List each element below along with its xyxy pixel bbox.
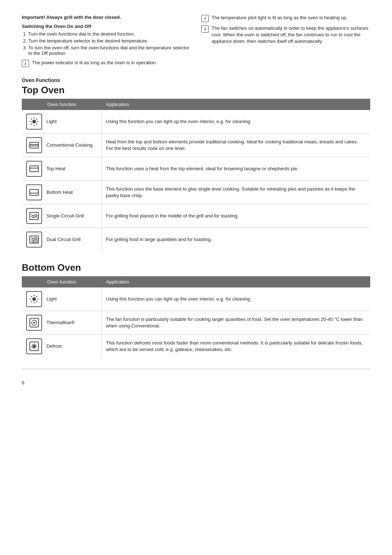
thermaflow-icon <box>26 315 42 331</box>
info-power-text: The power indicator is lit as long as th… <box>32 60 157 66</box>
important-text: Important! Always grill with the door cl… <box>22 15 191 20</box>
function-name: Bottom Heat <box>46 189 73 196</box>
function-cell-inner: Top Heat <box>26 161 65 177</box>
function-cell: Thermaflow® <box>22 311 102 334</box>
info-fan: i The fan switches on automatically in o… <box>201 25 370 45</box>
step-3: To turn the oven off, turn the oven func… <box>28 45 191 56</box>
function-cell-inner: Light <box>26 114 57 130</box>
svg-rect-12 <box>30 166 38 172</box>
function-name: Conventional Cooking <box>46 142 93 148</box>
svg-line-8 <box>31 124 32 125</box>
application-cell: The fan function is particularly suitabl… <box>102 311 370 335</box>
svg-point-18 <box>32 297 36 301</box>
function-cell-inner: Bottom Heat <box>26 184 73 200</box>
conv-icon <box>26 137 42 153</box>
switching-heading: Switching the Oven On and Off <box>22 24 191 29</box>
table-row: Single Circuit GrillFor grilling food pl… <box>22 204 370 228</box>
dualgrill-icon <box>26 232 42 248</box>
topheat-icon <box>26 161 42 177</box>
singlegrill-icon <box>26 208 42 224</box>
svg-point-0 <box>32 120 36 123</box>
top-right: i The temperature pilot light is lit as … <box>201 15 370 70</box>
svg-rect-14 <box>30 189 38 195</box>
function-cell-inner: Conventional Cooking <box>26 137 93 153</box>
function-cell-inner: Defrost <box>26 338 62 354</box>
bottomheat-icon <box>26 184 42 200</box>
application-cell: For grilling food in large quantities an… <box>102 228 370 252</box>
top-section: Important! Always grill with the door cl… <box>22 15 370 70</box>
top-oven-heading: Top Oven <box>22 85 370 96</box>
svg-line-24 <box>36 301 37 302</box>
info-pilot-text: The temperature pilot light is lit as lo… <box>212 15 347 21</box>
top-left: Important! Always grill with the door cl… <box>22 15 191 70</box>
function-name: Light <box>46 296 57 302</box>
function-cell: Conventional Cooking <box>22 134 102 157</box>
table-row: Bottom HeatThis function uses the base e… <box>22 181 370 204</box>
defrost-icon <box>26 338 42 354</box>
bottom-oven-heading: Bottom Oven <box>22 262 370 273</box>
svg-line-25 <box>36 296 37 297</box>
top-oven-header-row: Oven function Application <box>22 99 370 110</box>
application-cell: Heat from the top and bottom elements pr… <box>102 134 370 157</box>
svg-line-5 <box>31 119 32 120</box>
table-row: Dual Circuit GrillFor grilling food in l… <box>22 228 370 252</box>
function-name: Thermaflow® <box>46 319 75 326</box>
function-cell-inner: Thermaflow® <box>26 315 75 331</box>
function-name: Single Circuit Grill <box>46 213 84 219</box>
bottom-oven-col-app: Application <box>102 276 370 287</box>
light-icon <box>26 114 42 130</box>
page-number: 6 <box>22 380 370 385</box>
oven-functions-label: Oven Functions <box>22 77 370 83</box>
info-icon-power: i <box>22 60 29 67</box>
table-row: Top HeatThis function uses a heat from t… <box>22 157 370 181</box>
switching-steps: Turn the oven functions dial to the desi… <box>22 31 191 56</box>
function-cell: Bottom Heat <box>22 181 102 204</box>
table-row: LightUsing this function you can light u… <box>22 110 370 134</box>
table-row: LightUsing this function you can light u… <box>22 287 370 311</box>
top-oven-col-app: Application <box>102 99 370 110</box>
info-power: i The power indicator is lit as long as … <box>22 60 191 67</box>
page-divider <box>22 369 370 369</box>
function-name: Defrost <box>46 343 62 350</box>
application-cell: This function uses a heat from the top e… <box>102 157 370 181</box>
top-oven-table: Oven function Application LightUsing thi… <box>22 99 370 251</box>
bottom-oven-table: Oven function Application LightUsing thi… <box>22 276 370 358</box>
svg-point-29 <box>33 322 35 324</box>
table-row: DefrostThis function defrosts most foods… <box>22 335 370 358</box>
function-cell-inner: Single Circuit Grill <box>26 208 84 224</box>
bottom-oven-tbody: LightUsing this function you can light u… <box>22 287 370 358</box>
svg-line-7 <box>36 119 37 120</box>
info-pilot: i The temperature pilot light is lit as … <box>201 15 370 22</box>
function-cell-inner: Light <box>26 291 57 307</box>
application-cell: Using this function you can light up the… <box>102 287 370 311</box>
table-row: Thermaflow®The fan function is particula… <box>22 311 370 335</box>
light-icon <box>26 291 42 307</box>
function-cell: Defrost <box>22 335 102 358</box>
svg-rect-9 <box>30 142 38 148</box>
info-icon-fan: i <box>201 25 209 33</box>
info-fan-text: The fan switches on automatically in ord… <box>212 25 370 45</box>
function-cell: Dual Circuit Grill <box>22 228 102 251</box>
application-cell: Using this function you can light up the… <box>102 110 370 134</box>
info-icon-pilot: i <box>201 15 209 22</box>
bottom-oven-col-fn: Oven function <box>22 276 102 287</box>
top-oven-tbody: LightUsing this function you can light u… <box>22 110 370 251</box>
table-row: Conventional CookingHeat from the top an… <box>22 134 370 157</box>
svg-line-26 <box>31 301 32 302</box>
svg-line-23 <box>31 296 32 297</box>
top-oven-col-fn: Oven function <box>22 99 102 110</box>
svg-line-6 <box>36 124 37 125</box>
function-name: Light <box>46 118 57 125</box>
step-1: Turn the oven functions dial to the desi… <box>28 31 191 37</box>
step-2: Turn the temperature selector to the des… <box>28 38 191 44</box>
function-cell: Light <box>22 287 102 311</box>
application-cell: This function defrosts most foods faster… <box>102 335 370 358</box>
function-cell-inner: Dual Circuit Grill <box>26 232 81 248</box>
function-name: Dual Circuit Grill <box>46 236 81 243</box>
function-name: Top Heat <box>46 166 65 172</box>
application-cell: For grilling food placed in the middle o… <box>102 204 370 228</box>
function-cell: Single Circuit Grill <box>22 204 102 228</box>
function-cell: Light <box>22 110 102 133</box>
application-cell: This function uses the base element to g… <box>102 181 370 204</box>
bottom-oven-header-row: Oven function Application <box>22 276 370 287</box>
